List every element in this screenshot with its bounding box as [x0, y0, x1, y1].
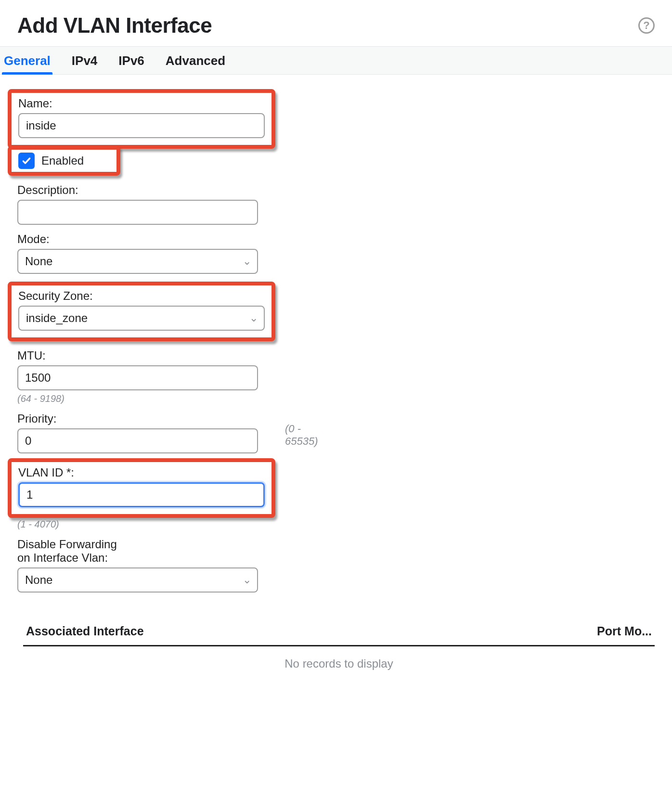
vlan-id-input[interactable] — [18, 482, 265, 507]
mtu-range: (64 - 9198) — [17, 393, 291, 404]
mtu-label: MTU: — [17, 349, 291, 362]
description-input[interactable] — [17, 200, 258, 225]
disable-forward-label-1: Disable Forwarding — [17, 538, 291, 551]
help-icon[interactable]: ? — [638, 17, 655, 34]
highlight-name: Name: — [8, 89, 275, 149]
table-empty-text: No records to display — [23, 646, 655, 675]
name-label: Name: — [18, 97, 265, 110]
mode-label: Mode: — [17, 232, 291, 246]
tab-bar: General IPv4 IPv6 Advanced — [0, 46, 672, 75]
page-title: Add VLAN Interface — [17, 13, 212, 38]
disable-forward-label-2: on Interface Vlan: — [17, 551, 291, 565]
mode-select[interactable] — [17, 249, 258, 274]
highlight-vlan-id: VLAN ID *: — [8, 458, 275, 518]
table-column-associated-interface[interactable]: Associated Interface — [26, 624, 144, 638]
highlight-enabled: Enabled — [8, 146, 120, 176]
priority-label: Priority: — [17, 412, 258, 425]
associated-interface-table: Associated Interface Port Mo... No recor… — [23, 616, 655, 675]
enabled-label: Enabled — [41, 154, 84, 168]
highlight-security-zone: Security Zone: ⌄ — [8, 282, 275, 341]
check-icon — [22, 156, 31, 166]
security-zone-label: Security Zone: — [18, 289, 265, 303]
table-column-port-mode[interactable]: Port Mo... — [597, 624, 652, 638]
name-input[interactable] — [18, 113, 265, 138]
tab-advanced[interactable]: Advanced — [164, 47, 227, 74]
security-zone-select[interactable] — [18, 306, 265, 331]
mtu-input[interactable] — [17, 365, 258, 390]
tab-general[interactable]: General — [2, 47, 52, 74]
disable-forward-select[interactable] — [17, 567, 258, 593]
priority-input[interactable] — [17, 428, 258, 453]
enabled-checkbox[interactable] — [18, 153, 35, 169]
tab-ipv6[interactable]: IPv6 — [116, 47, 146, 74]
vlan-id-range: (1 - 4070) — [17, 519, 291, 530]
tab-ipv4[interactable]: IPv4 — [70, 47, 100, 74]
description-label: Description: — [17, 183, 291, 197]
priority-range: (0 - 65535) — [285, 423, 318, 448]
vlan-id-label: VLAN ID *: — [18, 466, 265, 479]
